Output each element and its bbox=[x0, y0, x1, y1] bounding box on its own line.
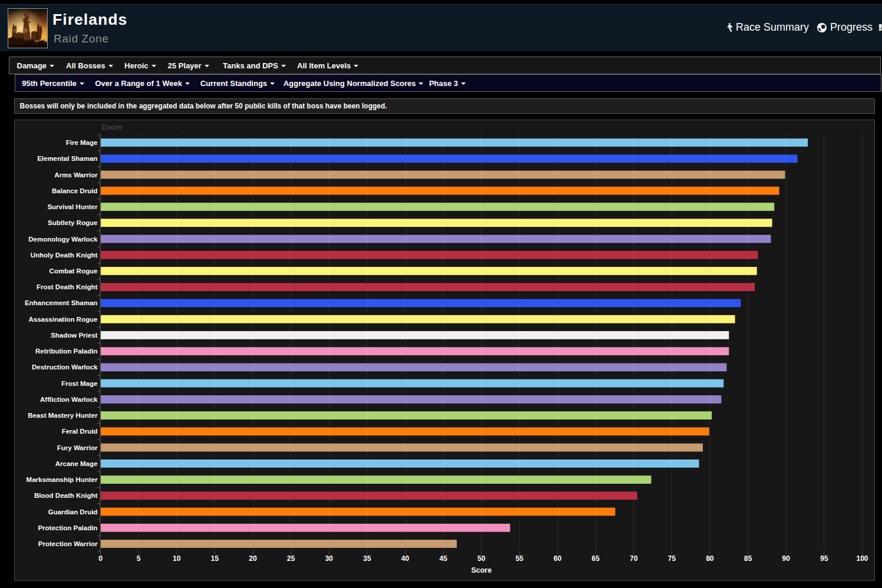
svg-text:90: 90 bbox=[782, 554, 791, 563]
svg-text:Score: Score bbox=[471, 566, 492, 574]
svg-text:Marksmanship Hunter: Marksmanship Hunter bbox=[27, 476, 98, 483]
svg-text:100: 100 bbox=[856, 554, 868, 563]
svg-text:Enhancement Shaman: Enhancement Shaman bbox=[25, 299, 97, 306]
svg-text:Protection Paladin: Protection Paladin bbox=[38, 524, 97, 531]
svg-text:Shadow Priest: Shadow Priest bbox=[51, 332, 97, 339]
svg-text:15: 15 bbox=[211, 554, 219, 563]
svg-text:35: 35 bbox=[363, 554, 371, 563]
svg-text:Demonology Warlock: Demonology Warlock bbox=[28, 236, 98, 243]
svg-text:75: 75 bbox=[668, 554, 676, 563]
svg-text:40: 40 bbox=[401, 554, 410, 563]
svg-text:Arms Warrior: Arms Warrior bbox=[54, 171, 98, 179]
svg-text:85: 85 bbox=[744, 554, 752, 563]
svg-text:50: 50 bbox=[478, 554, 486, 563]
svg-text:10: 10 bbox=[173, 554, 181, 563]
svg-text:60: 60 bbox=[554, 554, 562, 563]
svg-text:Fire Mage: Fire Mage bbox=[66, 139, 98, 146]
svg-text:25: 25 bbox=[287, 554, 295, 563]
svg-text:Zoom: Zoom bbox=[101, 123, 122, 131]
svg-text:Retribution Paladin: Retribution Paladin bbox=[35, 348, 97, 355]
svg-text:Guardian Druid: Guardian Druid bbox=[48, 508, 98, 516]
svg-text:80: 80 bbox=[706, 554, 714, 563]
svg-text:5: 5 bbox=[137, 554, 141, 563]
svg-text:Affliction Warlock: Affliction Warlock bbox=[40, 396, 98, 403]
svg-text:Assassination Rogue: Assassination Rogue bbox=[28, 316, 97, 323]
svg-text:65: 65 bbox=[592, 554, 600, 563]
svg-text:Feral Druid: Feral Druid bbox=[62, 428, 98, 435]
svg-text:70: 70 bbox=[630, 554, 638, 563]
svg-text:Frost Death Knight: Frost Death Knight bbox=[37, 283, 98, 290]
svg-text:Elemental Shaman: Elemental Shaman bbox=[37, 155, 97, 162]
svg-text:Survival Hunter: Survival Hunter bbox=[47, 203, 98, 210]
svg-text:Subtlety Rogue: Subtlety Rogue bbox=[48, 219, 97, 226]
svg-text:Frost Mage: Frost Mage bbox=[61, 380, 97, 387]
svg-text:Balance Druid: Balance Druid bbox=[52, 187, 97, 194]
svg-text:30: 30 bbox=[325, 554, 333, 563]
svg-text:20: 20 bbox=[249, 554, 257, 563]
svg-text:45: 45 bbox=[439, 554, 447, 563]
svg-text:0: 0 bbox=[98, 554, 103, 563]
svg-text:Unholy Death Knight: Unholy Death Knight bbox=[31, 252, 98, 259]
svg-text:55: 55 bbox=[515, 554, 524, 563]
svg-text:Destruction Warlock: Destruction Warlock bbox=[32, 364, 98, 371]
svg-text:Combat Rogue: Combat Rogue bbox=[50, 267, 98, 275]
svg-text:Blood Death Knight: Blood Death Knight bbox=[34, 492, 97, 499]
svg-text:95: 95 bbox=[820, 554, 828, 563]
svg-text:Protection Warrior: Protection Warrior bbox=[38, 540, 98, 547]
svg-text:Arcane Mage: Arcane Mage bbox=[55, 460, 98, 467]
svg-text:Fury Warrior: Fury Warrior bbox=[57, 444, 98, 451]
svg-text:Beast Mastery Hunter: Beast Mastery Hunter bbox=[28, 412, 98, 419]
